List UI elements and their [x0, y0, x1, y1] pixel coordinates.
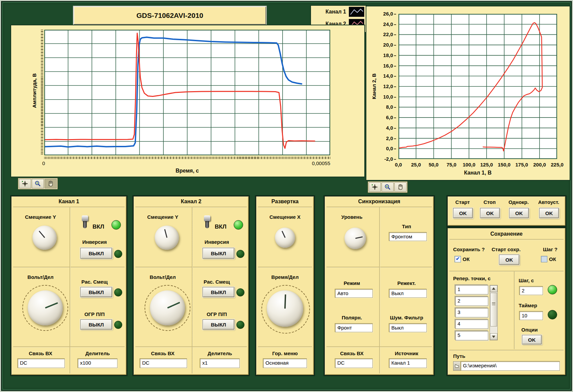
scroll-up-icon[interactable] [490, 285, 497, 292]
y-tick: 8,0 [376, 104, 396, 110]
y-tick: 2,0 [376, 136, 396, 141]
ch2-volt-div-knob[interactable] [150, 290, 185, 325]
save-question-ok-label: ОК [463, 256, 470, 262]
ch2-on-led [234, 220, 243, 230]
start-ok-button[interactable]: OK [453, 208, 473, 218]
x-tick: 175,0 [515, 162, 528, 167]
step-question-checkbox[interactable] [541, 256, 547, 262]
options-ok-button[interactable]: OK [522, 335, 542, 344]
reper-point-field-5[interactable]: 5 [455, 331, 488, 340]
reper-point-field-4[interactable]: 4 [455, 319, 488, 329]
ch2-coupling-field[interactable]: DC [140, 359, 187, 368]
start-label: Старт [450, 199, 475, 205]
y-tick: 12,0 [376, 84, 396, 89]
sync-noise-filter-field[interactable]: Выкл [389, 323, 427, 332]
ch1-offset-y-knob[interactable] [32, 226, 57, 250]
waveform-icon-ch1[interactable] [349, 7, 364, 17]
zoom-icon[interactable] [32, 179, 44, 188]
x-tick: 25,0 [411, 162, 421, 167]
sweep-offset-x-knob[interactable] [275, 228, 295, 248]
hor-menu-label: Гор. меню [256, 350, 314, 356]
sweep-time-div-knob[interactable] [267, 290, 303, 327]
sync-coupling-field[interactable]: DC [335, 359, 373, 368]
instrument-front-panel: GDS-71062AVI-2010 Канал 1 Канал 2 Амплит… [0, 0, 573, 392]
path-field[interactable]: G:\измерения\ [461, 361, 560, 371]
ch1-coupling-field[interactable]: DC [18, 359, 65, 368]
reper-points-label: Репер. точки, с [453, 276, 491, 281]
ch2-ogr-led [236, 321, 244, 329]
left-chart-x-min: 0 [42, 160, 45, 166]
panel-title: Сохранение [448, 231, 565, 237]
y-tick: 10,0 [376, 94, 396, 100]
ch1-coupling-label: Связь ВХ [14, 350, 68, 356]
timer-label: Таймер [519, 303, 537, 308]
y-tick: 20,0 [376, 42, 396, 48]
ch2-ogr-label: ОГР П/П [197, 311, 237, 317]
x-tick: 225,0 [551, 162, 564, 167]
ch1-on-toggle-knob[interactable] [82, 215, 88, 221]
reper-point-field-3[interactable]: 3 [455, 308, 488, 317]
cursor-crosshair-icon[interactable] [19, 179, 31, 188]
save-question-checkbox[interactable]: ✔ [454, 256, 461, 262]
ch2-divider-field[interactable]: x1 [200, 359, 240, 368]
zoom-icon[interactable] [382, 182, 394, 192]
sync-mode-field[interactable]: Авто [335, 289, 373, 298]
panel-channel1: Канал 1 Смещение Y ВКЛ Инверсия ВЫКЛ Вол… [11, 196, 127, 375]
ch2-ogr-button[interactable]: ВЫКЛ [203, 319, 234, 330]
step-s-field[interactable]: 2 [519, 286, 543, 295]
device-title: GDS-71062AVI-2010 [136, 11, 203, 20]
right-chart-x-ticks: 0,0 25,0 50,0 75,0 100,0 125,0 150,0 175… [398, 162, 557, 168]
panel-channel2: Канал 2 Смещение Y ВКЛ Инверсия ВЫКЛ Вол… [133, 196, 249, 375]
sync-source-field[interactable]: Канал 1 [389, 359, 427, 368]
offset-x-label: Смещение X [256, 214, 314, 220]
sync-type-field[interactable]: Фронтом [389, 232, 427, 241]
folder-icon[interactable] [453, 361, 461, 371]
timer-field[interactable]: 10 [519, 311, 543, 320]
ch2-ras-smesh-label: Рас. Смещ [197, 279, 237, 285]
right-chart-y-axis-label: Канал 2, В [371, 68, 377, 105]
sync-polarity-label: Полярн. [325, 315, 379, 320]
sync-source-label: Источник [380, 350, 434, 356]
ch1-divider-label: Делитель [72, 350, 123, 356]
panel-title: Развертка [256, 199, 314, 205]
ch2-ras-smesh-button[interactable]: ВЫКЛ [203, 287, 234, 297]
sync-level-knob[interactable] [344, 228, 366, 249]
ch1-divider-field[interactable]: x100 [78, 359, 118, 368]
right-chart-plot [398, 14, 557, 159]
sync-polarity-field[interactable]: Фронт [335, 323, 373, 332]
scroll-down-icon[interactable] [490, 333, 497, 340]
x-tick: 0,0 [395, 162, 402, 167]
ch2-on-toggle-knob[interactable] [204, 215, 210, 221]
ch1-volt-div-knob[interactable] [28, 290, 63, 325]
reper-point-field-1[interactable]: 1 [455, 285, 488, 294]
time-domain-chart: Амплитуда, В 0 0,00055 Время, с [11, 25, 364, 177]
pan-hand-icon[interactable] [394, 182, 407, 192]
ch1-ras-smesh-button[interactable]: ВЫКЛ [80, 287, 112, 297]
stop-ok-button[interactable]: OK [480, 208, 500, 218]
single-ok-button[interactable]: OK [509, 208, 529, 218]
ch2-inversion-label: Инверсия [197, 239, 237, 245]
panel-sync: Синхронизация Уровень Тип Фронтом Режим … [324, 196, 434, 375]
ch2-on-label: ВКЛ [215, 224, 227, 230]
ch1-inversion-button[interactable]: ВЫКЛ [80, 248, 112, 259]
hor-menu-field[interactable]: Основная [263, 359, 307, 368]
sync-reject-field[interactable]: Выкл [389, 289, 427, 298]
legend-item-ch1[interactable]: Канал 1 [311, 6, 366, 18]
ch2-inversion-button[interactable]: ВЫКЛ [203, 248, 234, 259]
cursor-crosshair-icon[interactable] [369, 182, 381, 192]
y-tick: 26,0 [376, 11, 396, 17]
ch1-ogr-button[interactable]: ВЫКЛ [80, 319, 112, 330]
reper-point-field-2[interactable]: 2 [455, 296, 488, 306]
reper-scrollbar[interactable] [490, 285, 498, 340]
time-div-label: Время/Дел [256, 274, 314, 280]
ch1-inversion-label: Инверсия [74, 239, 115, 245]
start-save-ok-button[interactable]: OK [499, 255, 519, 265]
panel-saving: Сохранение Сохранить ? ✔ ОК Старт сохр. … [447, 228, 566, 375]
x-tick: 75,0 [446, 162, 456, 167]
pan-hand-icon[interactable] [45, 179, 57, 188]
save-question-label: Сохранить ? [453, 246, 485, 252]
offset-y-label: Смещение Y [136, 214, 190, 220]
ch2-offset-y-knob[interactable] [155, 226, 179, 250]
autoset-ok-button[interactable]: OK [539, 208, 559, 218]
scrollbar-thumb[interactable] [490, 293, 497, 326]
